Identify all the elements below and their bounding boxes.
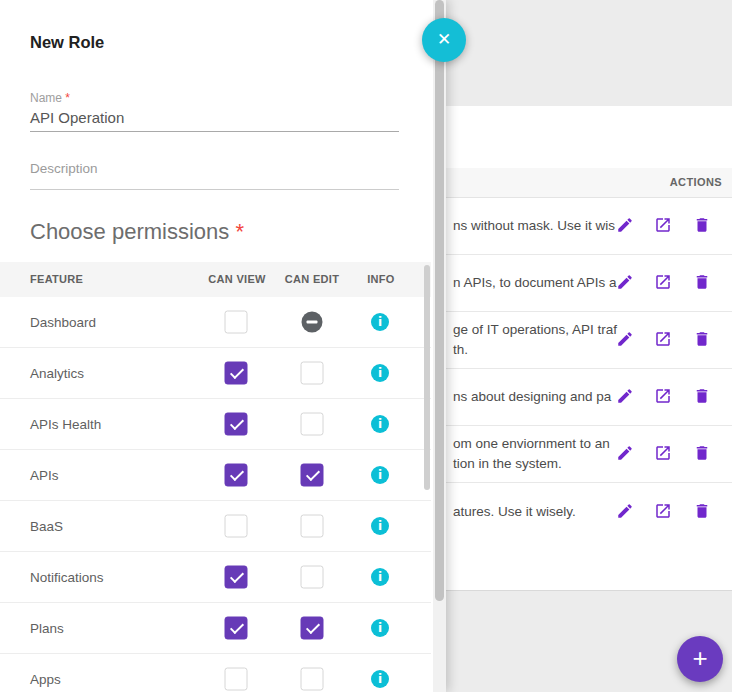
info-icon[interactable]: i (371, 619, 389, 637)
permission-row: Apps i (0, 654, 431, 692)
info-icon[interactable]: i (371, 670, 389, 688)
can-view-checkbox[interactable] (225, 515, 248, 538)
delete-button[interactable] (693, 444, 713, 464)
info-icon[interactable]: i (371, 415, 389, 433)
permission-row: Dashboard i (0, 297, 431, 348)
plus-icon: + (692, 643, 707, 674)
can-view-checkbox[interactable] (225, 464, 248, 487)
actions-column-header: ACTIONS (446, 168, 732, 198)
name-input[interactable]: API Operation (30, 109, 124, 126)
edit-button[interactable] (616, 216, 636, 236)
description-input-underline (30, 189, 399, 190)
table-row: ns without mask. Use it wis (446, 198, 732, 255)
can-edit-checkbox[interactable] (301, 362, 324, 385)
table-row: ge of IT operations, API trafth. (446, 312, 732, 369)
can-edit-checkbox[interactable] (301, 413, 324, 436)
pencil-icon (616, 444, 634, 462)
trash-icon (693, 387, 711, 405)
open-button[interactable] (654, 216, 674, 236)
delete-button[interactable] (693, 216, 713, 236)
edit-button[interactable] (616, 387, 636, 407)
delete-button[interactable] (693, 273, 713, 293)
open-button[interactable] (654, 273, 674, 293)
column-header-can-edit: CAN EDIT (272, 273, 352, 285)
open-in-new-icon (654, 387, 672, 405)
close-icon: ✕ (437, 29, 451, 50)
trash-icon (693, 216, 711, 234)
feature-label: Apps (30, 672, 61, 687)
trash-icon (693, 444, 711, 462)
permission-row: Notifications i (0, 552, 431, 603)
feature-label: Analytics (30, 366, 84, 381)
info-icon[interactable]: i (371, 568, 389, 586)
drawer-scrollbar-thumb[interactable] (435, 0, 444, 601)
description-input[interactable]: Description (30, 161, 98, 176)
can-edit-checkbox[interactable] (301, 617, 324, 640)
info-icon[interactable]: i (371, 364, 389, 382)
open-in-new-icon (654, 330, 672, 348)
trash-icon (693, 330, 711, 348)
role-description-text: ge of IT operations, API trafth. (453, 320, 629, 360)
actions-header-label: ACTIONS (670, 176, 722, 188)
edit-button[interactable] (616, 273, 636, 293)
can-edit-checkbox[interactable] (301, 464, 324, 487)
role-description-text: ns without mask. Use it wis (453, 216, 629, 236)
delete-button[interactable] (693, 387, 713, 407)
open-button[interactable] (654, 387, 674, 407)
open-in-new-icon (654, 444, 672, 462)
open-in-new-icon (654, 216, 672, 234)
permission-row: APIs i (0, 450, 431, 501)
column-header-info: INFO (351, 273, 411, 285)
permission-row: APIs Health i (0, 399, 431, 450)
role-description-text: atures. Use it wisely. (453, 502, 629, 522)
feature-label: APIs (30, 468, 59, 483)
delete-button[interactable] (693, 330, 713, 350)
open-button[interactable] (654, 444, 674, 464)
role-description-text: ns about designing and pa (453, 387, 629, 407)
open-in-new-icon (654, 502, 672, 520)
table-row: ns about designing and pa (446, 369, 732, 426)
feature-label: Notifications (30, 570, 104, 585)
permission-row: Analytics i (0, 348, 431, 399)
add-role-fab[interactable]: + (677, 636, 723, 682)
edit-button[interactable] (616, 502, 636, 522)
edit-button[interactable] (616, 444, 636, 464)
roles-page-background: ACTIONS ns without mask. Use it wis n AP… (446, 0, 732, 692)
new-role-drawer: New Role Name * API Operation Descriptio… (0, 0, 446, 692)
name-field-label: Name * (30, 91, 70, 105)
table-row: om one enviornment to antion in the syst… (446, 426, 732, 483)
required-asterisk: * (235, 219, 244, 244)
can-edit-checkbox[interactable] (301, 515, 324, 538)
info-icon[interactable]: i (371, 313, 389, 331)
can-view-checkbox[interactable] (225, 311, 248, 334)
column-header-can-view: CAN VIEW (197, 273, 277, 285)
info-icon[interactable]: i (371, 517, 389, 535)
table-row: atures. Use it wisely. (446, 483, 732, 540)
can-edit-checkbox[interactable] (301, 566, 324, 589)
open-button[interactable] (654, 330, 674, 350)
trash-icon (693, 273, 711, 291)
pencil-icon (616, 502, 634, 520)
close-drawer-button[interactable]: ✕ (422, 18, 466, 62)
delete-button[interactable] (693, 502, 713, 522)
role-description-text: om one enviornment to antion in the syst… (453, 434, 629, 474)
permissions-heading: Choose permissions * (30, 219, 244, 245)
feature-label: APIs Health (30, 417, 101, 432)
can-view-checkbox[interactable] (225, 617, 248, 640)
feature-label: Plans (30, 621, 64, 636)
feature-label: BaaS (30, 519, 63, 534)
open-button[interactable] (654, 502, 674, 522)
drawer-scrollbar-track[interactable] (433, 0, 446, 692)
table-scrollbar[interactable] (424, 265, 430, 490)
info-icon[interactable]: i (371, 466, 389, 484)
pencil-icon (616, 216, 634, 234)
permission-row: BaaS i (0, 501, 431, 552)
can-view-checkbox[interactable] (225, 413, 248, 436)
edit-button[interactable] (616, 330, 636, 350)
trash-icon (693, 502, 711, 520)
can-view-checkbox[interactable] (225, 668, 248, 691)
can-view-checkbox[interactable] (225, 566, 248, 589)
can-view-checkbox[interactable] (225, 362, 248, 385)
can-edit-checkbox[interactable] (301, 668, 324, 691)
permission-row: Plans i (0, 603, 431, 654)
